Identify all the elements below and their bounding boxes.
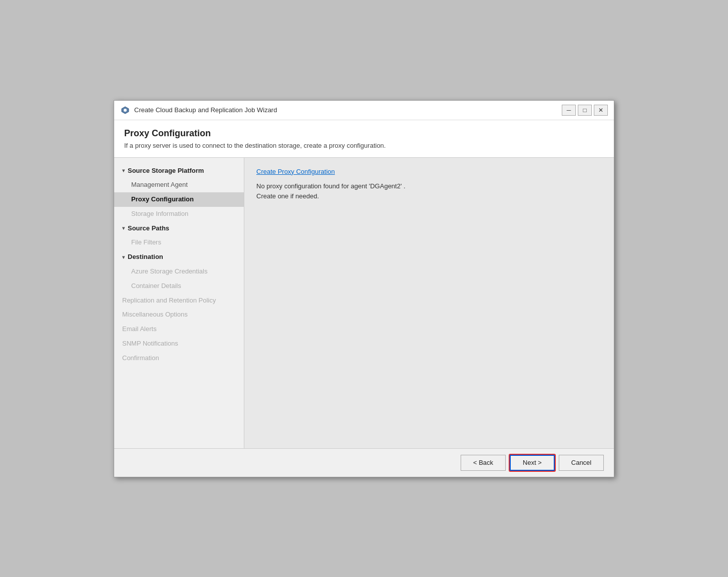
page-description: If a proxy server is used to connect to … [124,142,604,149]
sidebar-label-miscellaneous-options: Miscellaneous Options [122,310,188,320]
no-proxy-message-2: Create one if needed. [256,191,602,202]
sidebar-item-destination[interactable]: ▾ Destination [114,250,244,264]
create-proxy-link[interactable]: Create Proxy Configuration [256,168,602,175]
next-button[interactable]: Next > [510,455,555,471]
sidebar-label-storage-information: Storage Information [131,209,188,219]
close-button[interactable]: ✕ [594,105,608,116]
title-bar: Create Cloud Backup and Replication Job … [114,101,614,120]
sidebar-item-miscellaneous-options: Miscellaneous Options [114,308,244,322]
sidebar-label-replication-retention: Replication and Retention Policy [122,296,216,306]
sidebar-label-source-storage: Source Storage Platform [128,166,204,176]
header-section: Proxy Configuration If a proxy server is… [114,120,614,158]
sidebar-item-replication-retention: Replication and Retention Policy [114,294,244,308]
window-controls: ─ □ ✕ [562,105,608,116]
footer: < Back Next > Cancel [114,448,614,477]
app-icon [120,105,130,115]
sidebar: ▾ Source Storage Platform Management Age… [114,158,244,448]
sidebar-label-destination: Destination [128,252,163,262]
svg-point-1 [124,109,127,112]
back-button[interactable]: < Back [461,455,506,471]
cancel-button[interactable]: Cancel [559,455,604,471]
main-panel: Create Proxy Configuration No proxy conf… [244,158,614,448]
sidebar-item-container-details: Container Details [114,279,244,294]
sidebar-item-email-alerts: Email Alerts [114,322,244,337]
title-bar-left: Create Cloud Backup and Replication Job … [120,105,277,115]
chevron-down-icon-3: ▾ [122,253,125,261]
sidebar-label-file-filters: File Filters [131,237,161,248]
page-title: Proxy Configuration [124,128,604,139]
sidebar-label-source-paths: Source Paths [128,223,169,234]
sidebar-item-storage-information: Storage Information [114,207,244,221]
sidebar-label-container-details: Container Details [131,281,181,292]
sidebar-label-confirmation: Confirmation [122,353,159,364]
sidebar-item-snmp-notifications: SNMP Notifications [114,337,244,351]
sidebar-item-confirmation: Confirmation [114,351,244,366]
dialog-title: Create Cloud Backup and Replication Job … [134,106,277,114]
sidebar-label-proxy-configuration: Proxy Configuration [131,194,194,205]
sidebar-item-management-agent[interactable]: Management Agent [114,178,244,192]
sidebar-label-email-alerts: Email Alerts [122,324,157,335]
chevron-down-icon-2: ▾ [122,224,125,232]
restore-button[interactable]: □ [578,105,592,116]
sidebar-item-file-filters: File Filters [114,235,244,250]
sidebar-label-management-agent: Management Agent [131,180,188,190]
wizard-dialog: Create Cloud Backup and Replication Job … [114,100,614,477]
no-proxy-message-1: No proxy configuration found for agent '… [256,181,602,192]
sidebar-item-source-storage-platform[interactable]: ▾ Source Storage Platform [114,164,244,178]
sidebar-item-azure-storage-credentials: Azure Storage Credentials [114,264,244,279]
sidebar-label-azure-storage-credentials: Azure Storage Credentials [131,266,207,277]
chevron-down-icon: ▾ [122,167,125,175]
sidebar-label-snmp-notifications: SNMP Notifications [122,339,178,349]
minimize-button[interactable]: ─ [562,105,576,116]
content-area: ▾ Source Storage Platform Management Age… [114,158,614,448]
sidebar-item-proxy-configuration[interactable]: Proxy Configuration [114,192,244,207]
sidebar-item-source-paths[interactable]: ▾ Source Paths [114,221,244,236]
